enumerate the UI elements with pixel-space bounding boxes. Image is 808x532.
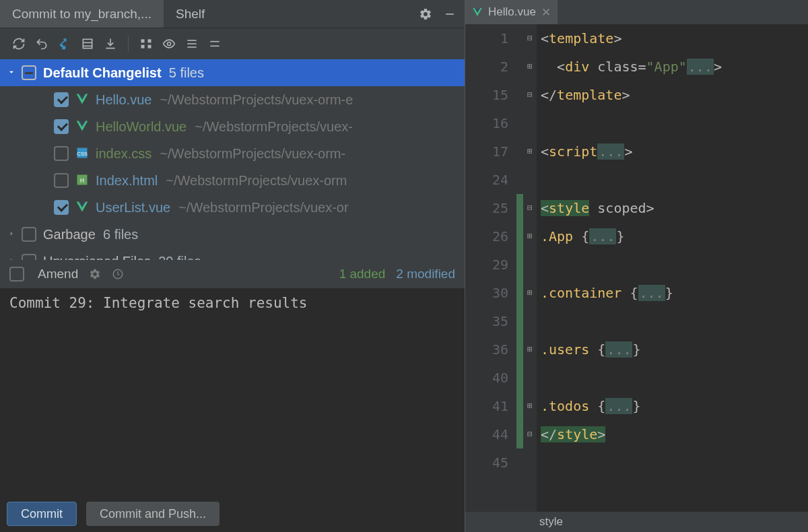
code-line[interactable]: <script...> xyxy=(541,137,808,166)
change-marker xyxy=(516,222,523,251)
breadcrumb-item[interactable]: style xyxy=(539,515,563,529)
line-number: 17 xyxy=(465,137,508,166)
added-count: 1 added xyxy=(339,267,386,281)
line-number: 41 xyxy=(465,392,508,420)
line-number-gutter: 121516172425262930353640414445 xyxy=(465,24,516,512)
amend-label: Amend xyxy=(38,267,78,281)
file-name: Index.html xyxy=(96,173,158,189)
commit-message-input[interactable]: Commit 29: Integrate search results xyxy=(0,288,465,496)
change-marker xyxy=(516,24,523,53)
file-checkbox[interactable] xyxy=(54,146,69,161)
file-row[interactable]: Hello.vue~/WebstormProjects/vuex-orm-e xyxy=(0,86,465,113)
change-marker xyxy=(516,392,523,420)
amend-checkbox[interactable] xyxy=(9,267,24,281)
fold-expand-icon[interactable]: ⊞ xyxy=(523,222,537,251)
code-line[interactable] xyxy=(541,364,808,392)
fold-none xyxy=(523,166,537,194)
line-number: 15 xyxy=(465,81,508,109)
refresh-icon[interactable] xyxy=(8,33,30,55)
line-number: 36 xyxy=(465,335,508,364)
history-icon[interactable] xyxy=(112,268,124,280)
file-checkbox[interactable] xyxy=(54,200,69,215)
chevron-right-icon[interactable] xyxy=(7,229,18,240)
fold-expand-icon[interactable]: ⊞ xyxy=(523,53,537,81)
change-marker xyxy=(516,307,523,335)
tab-commit[interactable]: Commit to my_branch,... xyxy=(0,0,164,28)
shelve-icon[interactable] xyxy=(100,33,121,55)
svg-rect-4 xyxy=(141,39,145,42)
code-line[interactable]: <template> xyxy=(541,24,808,53)
commit-button[interactable]: Commit xyxy=(7,502,77,526)
fold-collapse-icon[interactable]: ⊟ xyxy=(523,81,537,109)
minimize-icon[interactable] xyxy=(440,5,459,24)
line-number: 25 xyxy=(465,194,508,222)
rollback-icon[interactable] xyxy=(31,33,53,55)
expand-all-icon[interactable] xyxy=(181,33,203,55)
code-line[interactable]: .todos {...} xyxy=(541,392,808,420)
fold-expand-icon[interactable]: ⊞ xyxy=(523,335,537,364)
code-line[interactable]: <style scoped> xyxy=(541,194,808,222)
view-options-icon[interactable] xyxy=(158,33,180,55)
file-checkbox[interactable] xyxy=(54,92,69,107)
code-line[interactable] xyxy=(541,448,808,477)
fold-collapse-icon[interactable]: ⊟ xyxy=(523,24,537,53)
svg-rect-6 xyxy=(141,45,145,48)
code-line[interactable]: </template> xyxy=(541,81,808,109)
commit-and-push-button[interactable]: Commit and Push... xyxy=(86,502,220,526)
unversioned-count: 20 files xyxy=(158,254,201,261)
change-marker xyxy=(516,81,523,109)
vue-file-icon xyxy=(75,119,90,134)
changelist-default[interactable]: Default Changelist 5 files xyxy=(0,59,465,86)
file-row[interactable]: HIndex.html~/WebstormProjects/vuex-orm xyxy=(0,167,465,194)
code-line[interactable] xyxy=(541,307,808,335)
changelist-icon[interactable] xyxy=(77,33,98,55)
code-line[interactable]: .users {...} xyxy=(541,335,808,364)
changelist-garbage[interactable]: Garbage 6 files xyxy=(0,221,465,248)
code-line[interactable] xyxy=(541,109,808,137)
change-marker xyxy=(516,251,523,279)
group-by-icon[interactable] xyxy=(135,33,157,55)
code-line[interactable]: <div class="App"...> xyxy=(541,53,808,81)
change-marker xyxy=(516,194,523,222)
tab-shelf[interactable]: Shelf xyxy=(164,0,217,28)
line-number: 45 xyxy=(465,448,508,477)
unversioned-checkbox[interactable] xyxy=(22,254,36,260)
editor-panel: Hello.vue ✕ 1215161724252629303536404144… xyxy=(465,0,808,532)
commit-tool-window: Commit to my_branch,... Shelf Default Ch… xyxy=(0,0,465,532)
fold-expand-icon[interactable]: ⊞ xyxy=(523,137,537,166)
file-row[interactable]: CSSindex.css~/WebstormProjects/vuex-orm- xyxy=(0,140,465,167)
fold-expand-icon[interactable]: ⊞ xyxy=(523,279,537,307)
unversioned-files[interactable]: Unversioned Files 20 files xyxy=(0,248,465,260)
code-line[interactable] xyxy=(541,166,808,194)
gear-icon[interactable] xyxy=(416,5,435,24)
code-line[interactable]: .container {...} xyxy=(541,279,808,307)
code-line[interactable] xyxy=(541,251,808,279)
code-editor[interactable]: 121516172425262930353640414445 ⊟⊞⊟⊞⊟⊞⊞⊞⊞… xyxy=(465,24,808,512)
change-marker xyxy=(516,279,523,307)
file-path: ~/WebstormProjects/vuex-orm- xyxy=(160,146,345,162)
chevron-down-icon[interactable] xyxy=(7,67,18,78)
close-icon[interactable]: ✕ xyxy=(541,5,551,20)
vue-file-icon xyxy=(75,92,90,107)
editor-tab-hello-vue[interactable]: Hello.vue ✕ xyxy=(465,0,558,24)
diff-icon[interactable] xyxy=(54,33,75,55)
file-checkbox[interactable] xyxy=(54,173,69,188)
code-line[interactable]: </style> xyxy=(541,420,808,448)
fold-collapse-icon[interactable]: ⊟ xyxy=(523,194,537,222)
fold-none xyxy=(523,307,537,335)
editor-tabs: Hello.vue ✕ xyxy=(465,0,808,24)
changelist-name: Garbage xyxy=(43,227,96,242)
file-name: Hello.vue xyxy=(96,92,152,108)
commit-options-gear-icon[interactable] xyxy=(89,268,101,280)
file-checkbox[interactable] xyxy=(54,119,69,134)
code-line[interactable]: .App {...} xyxy=(541,222,808,251)
collapse-all-icon[interactable] xyxy=(204,33,226,55)
changelist-checkbox[interactable] xyxy=(22,227,36,242)
line-number: 29 xyxy=(465,251,508,279)
code-content[interactable]: <template> <div class="App"...></templat… xyxy=(537,24,808,512)
changelist-checkbox[interactable] xyxy=(22,65,36,80)
fold-expand-icon[interactable]: ⊞ xyxy=(523,392,537,420)
file-row[interactable]: UserList.vue~/WebstormProjects/vuex-or xyxy=(0,194,465,221)
file-row[interactable]: HelloWorld.vue~/WebstormProjects/vuex- xyxy=(0,113,465,140)
fold-collapse-icon[interactable]: ⊟ xyxy=(523,420,537,448)
